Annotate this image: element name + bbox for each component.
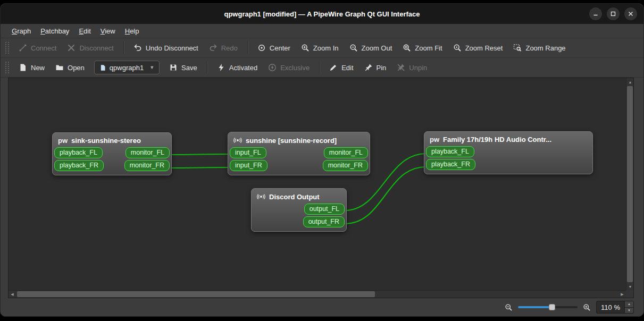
output-ports: monitor_FL monitor_FR bbox=[323, 147, 368, 171]
connection-edge[interactable] bbox=[345, 167, 426, 224]
graph-node[interactable]: pw sink-sunshine-stereo playback_FL play… bbox=[52, 132, 172, 175]
port-input[interactable]: playback_FR bbox=[426, 159, 475, 170]
save-label: Save bbox=[181, 64, 197, 72]
minimize-button[interactable] bbox=[589, 7, 602, 20]
graph-node[interactable]: sunshine [sunshine-record] input_FL inpu… bbox=[228, 132, 370, 175]
zoom-reset-button[interactable]: Zoom Reset bbox=[448, 40, 508, 56]
statusbar: 110 % ▲ ▼ bbox=[1, 298, 643, 316]
window-title: qpwgraph1 [modified] — A PipeWire Graph … bbox=[224, 10, 420, 18]
zoom-fit-icon bbox=[403, 44, 411, 52]
close-button[interactable] bbox=[624, 7, 637, 20]
disconnect-icon bbox=[67, 44, 76, 52]
toolbar-handle[interactable] bbox=[5, 42, 9, 54]
zoom-range-label: Zoom Range bbox=[525, 44, 565, 52]
menu-help-label: H bbox=[125, 27, 130, 35]
exclusive-icon bbox=[268, 63, 277, 72]
exclusive-toggle[interactable]: Exclusive bbox=[263, 60, 314, 75]
menu-edit[interactable]: Edit bbox=[74, 24, 95, 38]
redo-button[interactable]: Redo bbox=[204, 40, 242, 56]
patchbay-selector[interactable]: qpwgraph1 ▼ bbox=[94, 61, 160, 74]
spin-up-button[interactable]: ▲ bbox=[625, 301, 633, 307]
zoom-in-button[interactable]: Zoom In bbox=[296, 40, 344, 56]
graph-node[interactable]: Discord Output output_FL output_FR bbox=[251, 188, 347, 232]
audio-stream-icon bbox=[257, 192, 265, 201]
unpin-button[interactable]: Unpin bbox=[392, 60, 432, 75]
open-label: Open bbox=[68, 64, 85, 72]
center-button[interactable]: Center bbox=[253, 40, 295, 56]
pipewire-icon: pw bbox=[58, 137, 68, 145]
menu-view[interactable]: View bbox=[96, 24, 120, 38]
port-input[interactable]: playback_FR bbox=[54, 160, 104, 171]
port-output[interactable]: monitor_FR bbox=[124, 160, 170, 171]
pipewire-icon: pw bbox=[430, 136, 439, 143]
zoom-reset-icon bbox=[453, 44, 462, 52]
port-input[interactable]: playback_FL bbox=[426, 146, 474, 157]
horizontal-scrollbar[interactable]: ◀ ▶ bbox=[9, 290, 626, 298]
zoom-slider-fill bbox=[518, 306, 552, 308]
menu-edit-label: E bbox=[79, 27, 83, 35]
new-button[interactable]: New bbox=[14, 60, 49, 75]
scroll-down-arrow[interactable]: ▼ bbox=[626, 283, 634, 290]
port-output[interactable]: output_FR bbox=[303, 216, 345, 227]
pin-button[interactable]: Pin bbox=[359, 60, 391, 75]
undo-disconnect-button[interactable]: Undo Disconnect bbox=[129, 40, 203, 56]
lightning-icon bbox=[217, 63, 225, 72]
graph-node[interactable]: pw Family 17h/19h HD Audio Contr... play… bbox=[424, 131, 593, 174]
vertical-scrollbar-thumb[interactable] bbox=[627, 86, 633, 282]
port-input[interactable]: playback_FL bbox=[54, 147, 103, 158]
spin-down-button[interactable]: ▼ bbox=[625, 307, 633, 314]
node-ports: output_FL output_FR bbox=[252, 204, 346, 227]
menubar: Graph Patchbay Edit View Help bbox=[1, 24, 643, 38]
port-output[interactable]: monitor_FL bbox=[324, 147, 368, 158]
edit-button[interactable]: Edit bbox=[324, 60, 358, 75]
connect-button[interactable]: Connect bbox=[14, 40, 61, 56]
input-ports: playback_FL playback_FR bbox=[426, 146, 475, 170]
pin-label: Pin bbox=[377, 64, 387, 72]
zoom-in-icon bbox=[583, 303, 591, 311]
activated-label: Activated bbox=[229, 64, 257, 72]
menu-view-label: V bbox=[101, 27, 105, 35]
zoom-slider[interactable] bbox=[518, 303, 578, 311]
port-input[interactable]: input_FL bbox=[230, 147, 266, 158]
port-output[interactable]: monitor_FR bbox=[323, 160, 368, 171]
maximize-icon bbox=[610, 11, 616, 17]
toolbar-handle[interactable] bbox=[5, 62, 9, 73]
port-output[interactable]: output_FL bbox=[304, 204, 345, 215]
zoom-value[interactable]: 110 % bbox=[597, 301, 624, 313]
menu-graph[interactable]: Graph bbox=[7, 24, 36, 38]
zoom-spinbox[interactable]: 110 % ▲ ▼ bbox=[596, 301, 634, 314]
new-label: New bbox=[31, 64, 45, 72]
zoom-out-button[interactable]: Zoom Out bbox=[345, 40, 397, 56]
audio-stream-icon bbox=[233, 136, 242, 145]
menu-patchbay[interactable]: Patchbay bbox=[36, 24, 74, 38]
scroll-right-arrow[interactable]: ▶ bbox=[618, 291, 626, 298]
toolbar-separator bbox=[319, 61, 320, 74]
disconnect-button[interactable]: Disconnect bbox=[62, 40, 118, 56]
vertical-scrollbar[interactable]: ▲ ▼ bbox=[626, 78, 633, 290]
zoom-fit-button[interactable]: Zoom Fit bbox=[398, 40, 447, 56]
node-header: pw sink-sunshine-stereo bbox=[53, 133, 171, 147]
redo-label: Redo bbox=[221, 44, 238, 52]
zoom-slider-thumb[interactable] bbox=[549, 304, 555, 310]
unpin-icon bbox=[397, 63, 405, 72]
connection-edge[interactable] bbox=[170, 167, 230, 168]
open-button[interactable]: Open bbox=[51, 60, 89, 75]
save-button[interactable]: Save bbox=[164, 60, 202, 75]
titlebar[interactable]: qpwgraph1 [modified] — A PipeWire Graph … bbox=[1, 4, 643, 24]
connection-edge[interactable] bbox=[170, 154, 230, 155]
scroll-left-arrow[interactable]: ◀ bbox=[9, 291, 16, 298]
undo-icon bbox=[133, 44, 142, 52]
input-ports: playback_FL playback_FR bbox=[54, 147, 104, 171]
port-input[interactable]: input_FR bbox=[230, 160, 267, 171]
scroll-up-arrow[interactable]: ▲ bbox=[626, 78, 634, 86]
node-header: Discord Output bbox=[252, 189, 346, 204]
port-output[interactable]: monitor_FL bbox=[126, 147, 170, 158]
graph-canvas[interactable]: pw sink-sunshine-stereo playback_FL play… bbox=[9, 78, 626, 290]
maximize-button[interactable] bbox=[607, 7, 620, 20]
activated-toggle[interactable]: Activated bbox=[212, 60, 262, 75]
unpin-label: Unpin bbox=[409, 64, 427, 72]
new-file-icon bbox=[19, 63, 27, 72]
zoom-range-button[interactable]: Zoom Range bbox=[508, 40, 570, 56]
menu-help[interactable]: Help bbox=[120, 24, 144, 38]
horizontal-scrollbar-thumb[interactable] bbox=[17, 291, 375, 297]
